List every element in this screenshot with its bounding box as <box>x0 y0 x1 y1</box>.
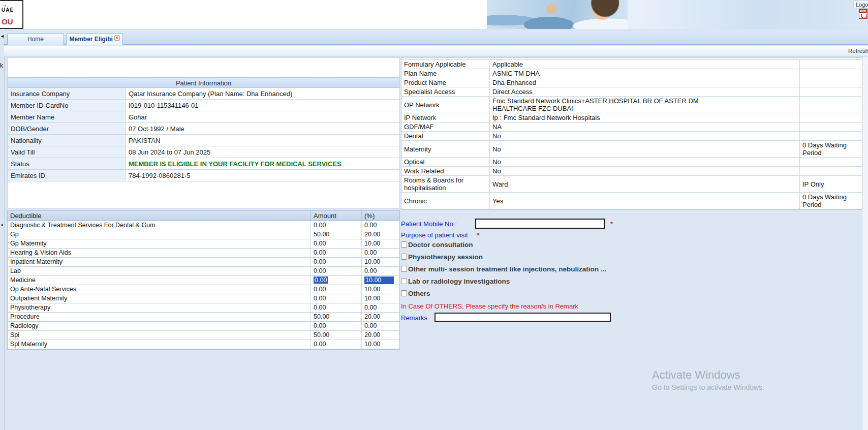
benefit-extra <box>800 60 862 69</box>
deductible-name: Spl Maternity <box>8 340 311 349</box>
benefit-row: Dental No <box>401 132 862 141</box>
deductible-percent: 10.00 <box>362 239 399 248</box>
toolbar: Refresh <box>4 46 868 56</box>
benefit-value: No <box>490 158 800 166</box>
purpose-option-label: Others <box>408 290 430 297</box>
deductible-row[interactable]: Gp 50.00 20.00 <box>8 230 399 239</box>
benefit-row: Formulary Applicable Applicable <box>401 60 862 69</box>
benefit-value: Ward <box>490 176 800 192</box>
watermark-line1: Activate Windows <box>652 368 764 382</box>
others-note: In Case Of OTHERS, Please specify the re… <box>401 302 665 310</box>
purpose-checkbox[interactable] <box>401 241 407 248</box>
column-header-percent[interactable]: (%) <box>362 211 399 221</box>
patient-panel: Patient Information Insurance Company Qa… <box>7 57 400 208</box>
benefit-value: Yes <box>490 193 800 209</box>
deductible-percent: 0.00 <box>362 303 399 312</box>
deductible-row[interactable]: Outpatient Maternity 0.00 10.00 <box>8 294 399 303</box>
tab-home[interactable]: Home <box>7 33 64 45</box>
deductible-percent: 10.00 <box>362 340 399 349</box>
logo-text-ou: OU <box>2 16 21 27</box>
benefit-value: No <box>490 141 800 157</box>
remarks-input[interactable] <box>435 313 611 322</box>
deductible-row[interactable]: Diagnostic & Treatment Services For Dent… <box>8 221 399 230</box>
benefit-value: Ip : Fmc Standard Network Hospitals <box>490 113 800 122</box>
refresh-button[interactable]: Refresh <box>848 48 868 54</box>
benefits-table: Formulary Applicable Applicable Plan Nam… <box>401 57 862 210</box>
benefit-value: NA <box>490 122 800 131</box>
deductible-row[interactable]: Spl Maternity 0.00 10.00 <box>8 340 399 349</box>
column-header-deductible[interactable]: Deductible <box>8 211 311 221</box>
mobile-row: Patient Mobile No : * <box>401 219 665 231</box>
purpose-option-label: Lab or radiology investigations <box>408 278 510 285</box>
patient-info-row: Nationality PAKISTAN <box>8 135 399 146</box>
deductible-percent: 20.00 <box>362 331 399 340</box>
benefit-row: Product Name Dha Enhanced <box>401 78 862 87</box>
deductible-row[interactable]: Radiology 0.00 0.00 <box>8 322 399 331</box>
deductible-row[interactable]: Procedure 50.00 20.00 <box>8 313 399 322</box>
logo-text-uae: UAE <box>2 7 21 13</box>
column-header-amount[interactable]: Amount <box>311 211 362 221</box>
purpose-checkbox[interactable] <box>401 290 407 296</box>
member-eligibility-screen: → UAE OU Logout PDF Home Member Eligibil… <box>0 0 868 430</box>
pdf-export-icon[interactable]: PDF <box>859 9 867 19</box>
benefit-label: Chronic <box>401 193 490 209</box>
deductible-percent: 10.00 <box>362 294 399 303</box>
benefit-value: ASNIC TM DHA <box>490 69 800 78</box>
purpose-checkbox[interactable] <box>401 278 407 284</box>
deductible-row[interactable]: Op Ante-Natal Services 0.00 10.00 <box>8 285 399 294</box>
deductible-row[interactable]: Physiotherapy 0.00 0.00 <box>8 303 399 313</box>
deductible-name: Radiology <box>8 322 311 330</box>
deductible-name: Hearing & Vision Aids <box>8 249 311 257</box>
deductible-row[interactable]: Gp Maternity 0.00 10.00 <box>8 239 399 249</box>
deductible-row[interactable]: Lab 0.00 0.00 <box>8 267 399 276</box>
remarks-label: Remarks <box>401 314 427 322</box>
tab-home-label: Home <box>27 36 44 43</box>
deductible-amount: 0.00 <box>311 322 362 330</box>
tab-bar: Home Member Eligibilit × <box>4 32 868 45</box>
deductible-name: Diagnostic & Treatment Services For Dent… <box>8 221 311 230</box>
deductible-amount: 50.00 <box>311 230 362 239</box>
benefit-extra <box>800 158 862 166</box>
benefit-row: Maternity No 0 Days Waiting Period <box>401 141 862 158</box>
deductible-percent: 20.00 <box>362 230 399 239</box>
patient-field-value: PAKISTAN <box>126 135 399 146</box>
deductible-row[interactable]: Spl 50.00 20.00 <box>8 331 399 340</box>
row-marker-icon: ◂ <box>1 222 3 227</box>
benefit-extra <box>800 132 862 140</box>
patient-info-row: DOB/Gender 07 Oct 1992 / Male <box>8 123 399 135</box>
benefit-extra: 0 Days Waiting Period <box>800 141 862 157</box>
deductible-row[interactable]: Hearing & Vision Aids 0.00 0.00 <box>8 249 399 258</box>
required-asterisk: * <box>610 220 613 228</box>
purpose-checkbox[interactable] <box>401 254 407 260</box>
tab-scroll-left-icon[interactable]: ◄ <box>0 34 5 39</box>
tab-close-icon[interactable]: × <box>114 35 120 41</box>
patient-field-value: Qatar Insurance Company (Plan Name: Dha … <box>126 88 399 99</box>
purpose-checkbox[interactable] <box>401 266 407 272</box>
benefit-row: GDF/MAF NA <box>401 122 862 132</box>
deductible-name: Spl <box>8 331 311 340</box>
deductible-row[interactable]: Medicine 0.00 10.00 <box>8 276 399 285</box>
deductible-percent: 10.00 <box>362 276 399 285</box>
tab-member-eligibility-label: Member Eligibilit <box>70 36 113 43</box>
logout-button[interactable]: Logout <box>853 1 868 8</box>
benefit-value: Dha Enhanced <box>490 78 800 87</box>
patient-field-label: DOB/Gender <box>8 123 126 134</box>
deductible-percent: 0.00 <box>362 249 399 257</box>
benefit-extra <box>800 97 862 113</box>
benefit-value: Fmc Standard Network Clinics+ASTER HOSPI… <box>490 97 800 113</box>
header-background <box>628 0 868 29</box>
deductible-row[interactable]: Inpatient Maternity 0.00 10.00 <box>8 258 399 267</box>
benefit-label: Formulary Applicable <box>401 60 490 69</box>
patient-field-value: MEMBER IS ELIGIBLE IN YOUR FACILITY FOR … <box>126 158 399 169</box>
purpose-option: Other multi- session treatment like inje… <box>401 266 665 273</box>
patient-field-label: Nationality <box>8 135 126 146</box>
patient-field-value: Gohar <box>126 111 399 122</box>
vertical-scrollbar[interactable] <box>862 57 868 430</box>
mobile-input[interactable] <box>475 219 605 229</box>
benefit-value: Direct Access <box>490 87 800 96</box>
deductible-amount: 0.00 <box>311 303 362 312</box>
deductible-name: Inpatient Maternity <box>8 258 311 266</box>
benefit-value: No <box>490 167 800 175</box>
benefit-label: Specialist Access <box>401 87 490 96</box>
tab-member-eligibility[interactable]: Member Eligibilit × <box>66 33 123 45</box>
